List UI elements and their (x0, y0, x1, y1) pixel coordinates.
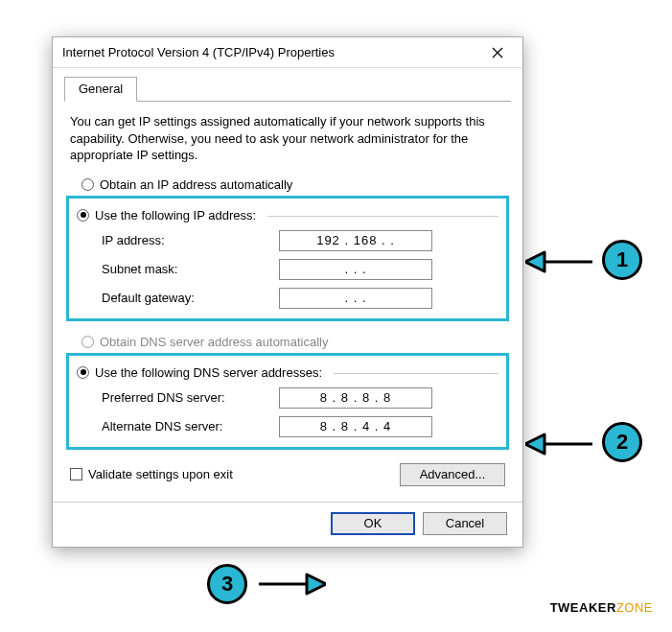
radio-label: Obtain DNS server address automatically (100, 335, 328, 349)
radio-label: Obtain an IP address automatically (100, 177, 292, 192)
ipv4-properties-dialog: Internet Protocol Version 4 (TCP/IPv4) P… (52, 36, 523, 548)
cancel-button[interactable]: Cancel (423, 512, 507, 535)
description-text: You can get IP settings assigned automat… (70, 113, 505, 164)
default-gateway-label: Default gateway: (102, 291, 279, 305)
close-button[interactable] (478, 39, 517, 66)
arrow-annotation-3 (249, 560, 326, 608)
advanced-button[interactable]: Advanced... (400, 463, 505, 486)
alternate-dns-input[interactable]: 8 . 8 . 4 . 4 (279, 416, 432, 437)
ok-button[interactable]: OK (331, 512, 415, 535)
watermark: TWEAKERZONE (550, 600, 653, 615)
subnet-mask-input[interactable]: . . . (279, 259, 432, 280)
watermark-brand: TWEAKER (550, 600, 616, 615)
radio-dns-auto: Obtain DNS server address automatically (81, 335, 511, 349)
radio-icon (81, 336, 94, 348)
arrow-annotation-1 (525, 238, 602, 286)
tabstrip: General (64, 76, 511, 102)
titlebar: Internet Protocol Version 4 (TCP/IPv4) P… (53, 37, 522, 68)
window-title: Internet Protocol Version 4 (TCP/IPv4) P… (62, 45, 478, 59)
radio-icon (77, 209, 89, 222)
ip-address-input[interactable]: 192 . 168 . . (279, 230, 432, 251)
subnet-mask-label: Subnet mask: (102, 262, 279, 276)
radio-label: Use the following DNS server addresses: (95, 365, 322, 380)
radio-ip-manual[interactable]: Use the following IP address: (77, 208, 498, 222)
preferred-dns-label: Preferred DNS server: (102, 390, 279, 405)
radio-dns-manual[interactable]: Use the following DNS server addresses: (77, 365, 498, 380)
alternate-dns-label: Alternate DNS server: (102, 419, 279, 433)
validate-label: Validate settings upon exit (88, 467, 233, 481)
watermark-suffix: ZONE (616, 600, 653, 615)
badge-annotation-3: 3 (207, 564, 247, 604)
highlight-ip-section: Use the following IP address: IP address… (66, 196, 509, 321)
default-gateway-input[interactable]: . . . (279, 288, 432, 309)
tab-general[interactable]: General (64, 77, 137, 102)
radio-label: Use the following IP address: (95, 208, 256, 222)
ip-address-label: IP address: (102, 233, 279, 247)
radio-icon (81, 178, 94, 191)
badge-annotation-2: 2 (602, 422, 642, 462)
radio-icon (77, 366, 89, 379)
radio-ip-auto[interactable]: Obtain an IP address automatically (81, 177, 511, 192)
validate-checkbox[interactable] (70, 468, 82, 480)
arrow-annotation-2 (525, 420, 602, 468)
preferred-dns-input[interactable]: 8 . 8 . 8 . 8 (279, 387, 432, 409)
badge-annotation-1: 1 (602, 240, 642, 280)
highlight-dns-section: Use the following DNS server addresses: … (66, 353, 509, 450)
